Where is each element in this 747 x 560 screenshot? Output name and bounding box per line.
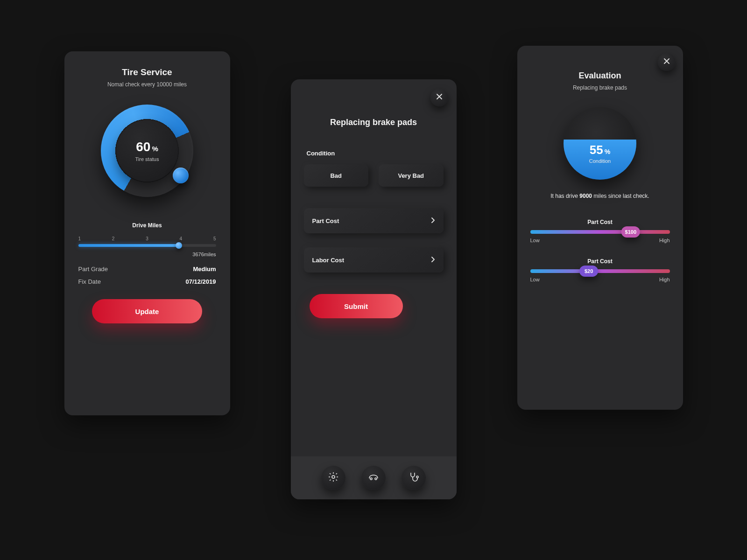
tab-vehicle[interactable] (361, 466, 386, 490)
orb-value: 55% (590, 143, 610, 157)
replace-brake-pads-screen: Replacing brake pads Condition Bad Very … (291, 79, 457, 499)
svg-point-2 (375, 478, 377, 480)
high-label: High (659, 238, 670, 243)
chevron-right-icon (430, 256, 435, 264)
part-cost-label: Part Cost (312, 217, 339, 224)
part-cost-b-title: Part Cost (530, 258, 670, 265)
gauge-value: 60% (136, 140, 158, 154)
tick: 2 (112, 236, 115, 241)
part-grade-label: Part Grade (78, 266, 108, 273)
close-icon (436, 93, 443, 102)
part-cost-a-title: Part Cost (530, 219, 670, 225)
chevron-right-icon (430, 217, 435, 225)
close-button[interactable] (658, 53, 676, 71)
labor-cost-label: Labor Cost (312, 257, 345, 264)
drive-note: It has drive 9000 miles since last check… (517, 193, 683, 199)
part-grade-value: Medium (193, 266, 216, 273)
stethoscope-icon (408, 471, 419, 484)
part-cost-a-slider[interactable]: $100 (530, 230, 670, 234)
tick: 4 (180, 236, 183, 241)
gear-icon (328, 471, 339, 484)
condition-orb: 55% Condition (564, 107, 636, 180)
low-label: Low (530, 277, 540, 282)
gauge-label: Tire status (135, 156, 159, 162)
close-button[interactable] (430, 89, 448, 106)
evaluation-screen: Evaluation Replacing brake pads 55% Cond… (517, 46, 683, 410)
condition-very-bad-chip[interactable]: Very Bad (379, 164, 444, 187)
condition-label: Condition (307, 150, 457, 157)
drive-miles-value: 3676miles (78, 252, 216, 257)
part-cost-b-slider[interactable]: $20 (530, 269, 670, 273)
tab-bar (291, 456, 457, 499)
tire-service-screen: Tire Service Nomal check every 10000 mil… (64, 51, 230, 415)
car-icon (367, 471, 380, 485)
page-title: Tire Service (78, 67, 216, 77)
labor-cost-button[interactable]: Labor Cost (304, 247, 444, 273)
page-title: Replacing brake pads (291, 79, 457, 127)
svg-point-0 (332, 476, 335, 478)
close-icon (663, 58, 670, 66)
fix-date-value: 07/12/2019 (185, 278, 216, 285)
tab-settings[interactable] (321, 466, 345, 490)
high-label: High (659, 277, 670, 282)
condition-bad-chip[interactable]: Bad (304, 164, 369, 187)
svg-point-1 (370, 478, 372, 480)
orb-label: Condition (589, 158, 611, 164)
fix-date-label: Fix Date (78, 278, 101, 285)
slider-thumb[interactable] (176, 242, 182, 249)
page-subtitle: Nomal check every 10000 miles (78, 81, 216, 88)
page-subtitle: Replacing brake pads (517, 84, 683, 91)
part-cost-a-value[interactable]: $100 (621, 226, 640, 238)
svg-point-3 (416, 476, 418, 478)
tire-status-gauge: 60% Tire status (101, 105, 193, 197)
drive-miles-title: Drive Miles (78, 222, 216, 229)
drive-miles-slider[interactable]: 1 2 3 4 5 (78, 236, 216, 247)
gauge-knob[interactable] (173, 168, 189, 183)
part-cost-button[interactable]: Part Cost (304, 208, 444, 233)
submit-button[interactable]: Submit (310, 294, 403, 318)
update-button[interactable]: Update (92, 299, 202, 323)
tab-diagnostics[interactable] (402, 466, 426, 490)
tick: 1 (78, 236, 81, 241)
tick: 5 (213, 236, 216, 241)
low-label: Low (530, 238, 540, 243)
part-cost-b-value[interactable]: $20 (579, 266, 598, 277)
tick: 3 (146, 236, 148, 241)
